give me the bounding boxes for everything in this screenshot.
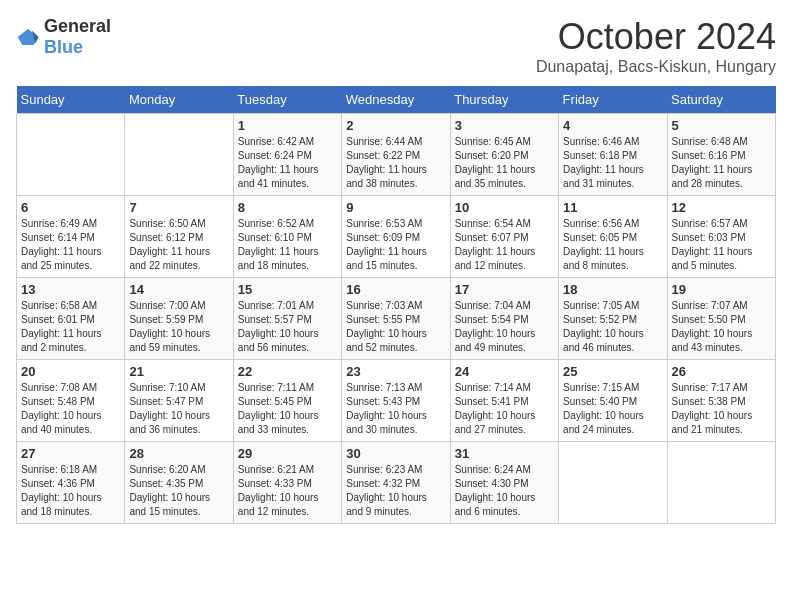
day-info: Sunrise: 6:53 AM Sunset: 6:09 PM Dayligh… xyxy=(346,217,445,273)
day-number: 25 xyxy=(563,364,662,379)
logo-general: General xyxy=(44,16,111,36)
day-info: Sunrise: 7:10 AM Sunset: 5:47 PM Dayligh… xyxy=(129,381,228,437)
logo: General Blue xyxy=(16,16,111,58)
day-info: Sunrise: 6:44 AM Sunset: 6:22 PM Dayligh… xyxy=(346,135,445,191)
day-info: Sunrise: 7:17 AM Sunset: 5:38 PM Dayligh… xyxy=(672,381,771,437)
month-title: October 2024 xyxy=(536,16,776,58)
calendar-day-cell: 4Sunrise: 6:46 AM Sunset: 6:18 PM Daylig… xyxy=(559,114,667,196)
calendar-day-cell: 10Sunrise: 6:54 AM Sunset: 6:07 PM Dayli… xyxy=(450,196,558,278)
calendar-day-cell: 8Sunrise: 6:52 AM Sunset: 6:10 PM Daylig… xyxy=(233,196,341,278)
day-number: 14 xyxy=(129,282,228,297)
day-number: 31 xyxy=(455,446,554,461)
page-header: General Blue October 2024 Dunapataj, Bac… xyxy=(16,16,776,76)
day-number: 19 xyxy=(672,282,771,297)
calendar-day-cell: 12Sunrise: 6:57 AM Sunset: 6:03 PM Dayli… xyxy=(667,196,775,278)
logo-text: General Blue xyxy=(44,16,111,58)
day-info: Sunrise: 6:21 AM Sunset: 4:33 PM Dayligh… xyxy=(238,463,337,519)
day-number: 22 xyxy=(238,364,337,379)
day-number: 20 xyxy=(21,364,120,379)
calendar-day-cell: 26Sunrise: 7:17 AM Sunset: 5:38 PM Dayli… xyxy=(667,360,775,442)
calendar-week-row: 20Sunrise: 7:08 AM Sunset: 5:48 PM Dayli… xyxy=(17,360,776,442)
generalblue-logo-icon xyxy=(16,27,40,47)
calendar-table: SundayMondayTuesdayWednesdayThursdayFrid… xyxy=(16,86,776,524)
calendar-day-cell: 25Sunrise: 7:15 AM Sunset: 5:40 PM Dayli… xyxy=(559,360,667,442)
calendar-day-cell: 20Sunrise: 7:08 AM Sunset: 5:48 PM Dayli… xyxy=(17,360,125,442)
day-info: Sunrise: 7:04 AM Sunset: 5:54 PM Dayligh… xyxy=(455,299,554,355)
calendar-day-cell xyxy=(125,114,233,196)
day-info: Sunrise: 7:01 AM Sunset: 5:57 PM Dayligh… xyxy=(238,299,337,355)
day-number: 15 xyxy=(238,282,337,297)
day-number: 13 xyxy=(21,282,120,297)
calendar-day-cell: 5Sunrise: 6:48 AM Sunset: 6:16 PM Daylig… xyxy=(667,114,775,196)
calendar-day-cell: 18Sunrise: 7:05 AM Sunset: 5:52 PM Dayli… xyxy=(559,278,667,360)
day-info: Sunrise: 6:18 AM Sunset: 4:36 PM Dayligh… xyxy=(21,463,120,519)
calendar-day-cell: 11Sunrise: 6:56 AM Sunset: 6:05 PM Dayli… xyxy=(559,196,667,278)
location-title: Dunapataj, Bacs-Kiskun, Hungary xyxy=(536,58,776,76)
calendar-day-cell: 28Sunrise: 6:20 AM Sunset: 4:35 PM Dayli… xyxy=(125,442,233,524)
calendar-header-row: SundayMondayTuesdayWednesdayThursdayFrid… xyxy=(17,86,776,114)
day-of-week-header: Monday xyxy=(125,86,233,114)
calendar-day-cell: 30Sunrise: 6:23 AM Sunset: 4:32 PM Dayli… xyxy=(342,442,450,524)
day-of-week-header: Wednesday xyxy=(342,86,450,114)
day-of-week-header: Sunday xyxy=(17,86,125,114)
day-number: 6 xyxy=(21,200,120,215)
day-number: 17 xyxy=(455,282,554,297)
day-of-week-header: Thursday xyxy=(450,86,558,114)
day-info: Sunrise: 7:03 AM Sunset: 5:55 PM Dayligh… xyxy=(346,299,445,355)
day-of-week-header: Friday xyxy=(559,86,667,114)
calendar-day-cell xyxy=(17,114,125,196)
day-number: 2 xyxy=(346,118,445,133)
calendar-day-cell: 27Sunrise: 6:18 AM Sunset: 4:36 PM Dayli… xyxy=(17,442,125,524)
calendar-day-cell: 23Sunrise: 7:13 AM Sunset: 5:43 PM Dayli… xyxy=(342,360,450,442)
calendar-day-cell: 3Sunrise: 6:45 AM Sunset: 6:20 PM Daylig… xyxy=(450,114,558,196)
calendar-day-cell: 7Sunrise: 6:50 AM Sunset: 6:12 PM Daylig… xyxy=(125,196,233,278)
day-number: 5 xyxy=(672,118,771,133)
day-number: 8 xyxy=(238,200,337,215)
day-number: 1 xyxy=(238,118,337,133)
calendar-day-cell: 9Sunrise: 6:53 AM Sunset: 6:09 PM Daylig… xyxy=(342,196,450,278)
calendar-day-cell: 21Sunrise: 7:10 AM Sunset: 5:47 PM Dayli… xyxy=(125,360,233,442)
calendar-day-cell: 31Sunrise: 6:24 AM Sunset: 4:30 PM Dayli… xyxy=(450,442,558,524)
day-info: Sunrise: 7:14 AM Sunset: 5:41 PM Dayligh… xyxy=(455,381,554,437)
day-info: Sunrise: 6:20 AM Sunset: 4:35 PM Dayligh… xyxy=(129,463,228,519)
day-number: 4 xyxy=(563,118,662,133)
day-info: Sunrise: 6:54 AM Sunset: 6:07 PM Dayligh… xyxy=(455,217,554,273)
logo-blue: Blue xyxy=(44,37,83,57)
day-info: Sunrise: 7:13 AM Sunset: 5:43 PM Dayligh… xyxy=(346,381,445,437)
day-info: Sunrise: 7:00 AM Sunset: 5:59 PM Dayligh… xyxy=(129,299,228,355)
day-info: Sunrise: 6:46 AM Sunset: 6:18 PM Dayligh… xyxy=(563,135,662,191)
calendar-day-cell: 17Sunrise: 7:04 AM Sunset: 5:54 PM Dayli… xyxy=(450,278,558,360)
day-number: 16 xyxy=(346,282,445,297)
day-of-week-header: Saturday xyxy=(667,86,775,114)
calendar-week-row: 13Sunrise: 6:58 AM Sunset: 6:01 PM Dayli… xyxy=(17,278,776,360)
calendar-day-cell: 16Sunrise: 7:03 AM Sunset: 5:55 PM Dayli… xyxy=(342,278,450,360)
calendar-day-cell: 1Sunrise: 6:42 AM Sunset: 6:24 PM Daylig… xyxy=(233,114,341,196)
day-info: Sunrise: 6:42 AM Sunset: 6:24 PM Dayligh… xyxy=(238,135,337,191)
day-number: 3 xyxy=(455,118,554,133)
day-number: 10 xyxy=(455,200,554,215)
day-number: 9 xyxy=(346,200,445,215)
calendar-day-cell xyxy=(559,442,667,524)
day-info: Sunrise: 6:56 AM Sunset: 6:05 PM Dayligh… xyxy=(563,217,662,273)
calendar-day-cell: 15Sunrise: 7:01 AM Sunset: 5:57 PM Dayli… xyxy=(233,278,341,360)
calendar-day-cell: 14Sunrise: 7:00 AM Sunset: 5:59 PM Dayli… xyxy=(125,278,233,360)
day-number: 29 xyxy=(238,446,337,461)
day-info: Sunrise: 7:15 AM Sunset: 5:40 PM Dayligh… xyxy=(563,381,662,437)
day-info: Sunrise: 6:50 AM Sunset: 6:12 PM Dayligh… xyxy=(129,217,228,273)
day-info: Sunrise: 7:05 AM Sunset: 5:52 PM Dayligh… xyxy=(563,299,662,355)
day-info: Sunrise: 6:52 AM Sunset: 6:10 PM Dayligh… xyxy=(238,217,337,273)
calendar-day-cell: 13Sunrise: 6:58 AM Sunset: 6:01 PM Dayli… xyxy=(17,278,125,360)
day-info: Sunrise: 7:08 AM Sunset: 5:48 PM Dayligh… xyxy=(21,381,120,437)
day-number: 18 xyxy=(563,282,662,297)
calendar-day-cell: 22Sunrise: 7:11 AM Sunset: 5:45 PM Dayli… xyxy=(233,360,341,442)
title-area: October 2024 Dunapataj, Bacs-Kiskun, Hun… xyxy=(536,16,776,76)
calendar-day-cell: 6Sunrise: 6:49 AM Sunset: 6:14 PM Daylig… xyxy=(17,196,125,278)
calendar-day-cell: 19Sunrise: 7:07 AM Sunset: 5:50 PM Dayli… xyxy=(667,278,775,360)
day-info: Sunrise: 6:57 AM Sunset: 6:03 PM Dayligh… xyxy=(672,217,771,273)
day-number: 24 xyxy=(455,364,554,379)
day-info: Sunrise: 7:07 AM Sunset: 5:50 PM Dayligh… xyxy=(672,299,771,355)
calendar-day-cell: 2Sunrise: 6:44 AM Sunset: 6:22 PM Daylig… xyxy=(342,114,450,196)
day-number: 26 xyxy=(672,364,771,379)
calendar-day-cell: 24Sunrise: 7:14 AM Sunset: 5:41 PM Dayli… xyxy=(450,360,558,442)
day-info: Sunrise: 6:24 AM Sunset: 4:30 PM Dayligh… xyxy=(455,463,554,519)
